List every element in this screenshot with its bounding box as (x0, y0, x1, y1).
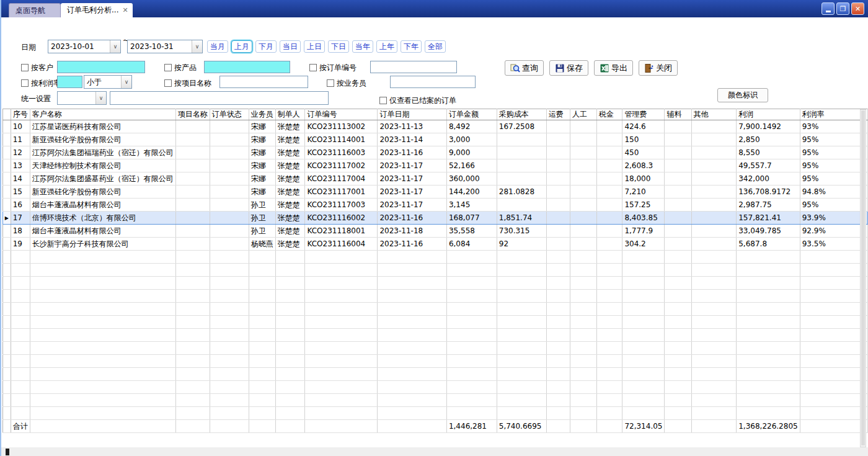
empty-grid-row[interactable] (3, 290, 868, 303)
filter-by-project[interactable]: 按项目名称 (164, 77, 211, 89)
empty-grid-row[interactable] (3, 316, 868, 329)
tab-desktop-nav[interactable]: 桌面导航 (9, 3, 61, 17)
cell-other (691, 133, 737, 146)
column-header-order_no[interactable]: 订单编号 (305, 109, 378, 120)
column-header-salesman[interactable]: 业务员 (249, 109, 275, 120)
by-customer-checkbox[interactable] (21, 64, 29, 71)
empty-grid-row[interactable] (3, 303, 868, 316)
unified-setting-select[interactable]: ∨ (57, 91, 107, 105)
close-form-button[interactable]: 关闭 (639, 60, 678, 76)
empty-grid-row[interactable] (3, 407, 868, 420)
by-salesman-checkbox[interactable] (327, 79, 334, 87)
table-row[interactable]: 10江苏星诺医药科技有限公司宋娜张楚楚KCO2311130022023-11-1… (3, 120, 868, 133)
table-row[interactable]: 16烟台丰蓬液晶材料有限公司孙卫张楚楚KCO2311170032023-11-1… (3, 199, 868, 212)
minimize-button[interactable] (822, 2, 835, 15)
empty-grid-row[interactable] (3, 277, 868, 290)
empty-grid-row[interactable] (3, 355, 868, 368)
filter-only-closed[interactable]: 仅查看已结案的订单 (379, 94, 456, 107)
horizontal-scrollbar[interactable] (1, 447, 868, 456)
empty-grid-row[interactable] (3, 329, 868, 342)
cell-seq (11, 316, 30, 329)
by-product-checkbox[interactable] (164, 64, 172, 71)
column-header-mgmt_fee[interactable]: 管理费 (622, 109, 665, 120)
table-row[interactable]: 19长沙新宇高分子科技有限公司杨晓燕张楚楚KCO2311160042023-11… (3, 238, 868, 251)
filter-by-product[interactable]: 按产品 (164, 61, 197, 74)
column-header-cost[interactable]: 采购成本 (497, 109, 546, 120)
chevron-down-icon[interactable]: ∨ (121, 76, 131, 88)
column-header-order_date[interactable]: 订单日期 (378, 109, 446, 120)
cell-maker (275, 277, 305, 290)
column-header-freight[interactable]: 运费 (546, 109, 570, 120)
quick-range-button[interactable]: 当年 (352, 40, 373, 53)
column-header-status[interactable]: 订单状态 (210, 109, 249, 120)
save-button[interactable]: 保存 (549, 60, 588, 76)
close-button[interactable]: ✕ (851, 2, 864, 15)
tab-close-icon[interactable]: ✕ (122, 7, 128, 14)
filter-by-customer[interactable]: 按客户 (21, 61, 53, 74)
column-header-margin[interactable]: 利润率 (800, 109, 867, 120)
empty-grid-row[interactable] (3, 342, 868, 355)
table-row[interactable]: 13天津经纬控制技术有限公司宋娜张楚楚KCO2311170022023-11-1… (3, 159, 868, 172)
order-no-input[interactable] (370, 61, 457, 73)
filter-by-margin[interactable]: 按利润率 (21, 77, 61, 89)
product-input[interactable] (204, 61, 290, 73)
salesman-input[interactable] (390, 76, 476, 88)
chevron-down-icon[interactable]: ∨ (192, 40, 202, 53)
unified-setting-input[interactable] (110, 91, 329, 105)
quick-range-button[interactable]: 下月 (255, 40, 277, 53)
margin-value-input[interactable] (57, 76, 82, 88)
filter-by-salesman[interactable]: 按业务员 (327, 77, 366, 89)
date-to-combo[interactable]: 2023-10-31 ∨ (127, 40, 203, 53)
quick-range-button[interactable]: 当月 (207, 40, 228, 53)
table-row[interactable]: 14江苏阿尔法集团盛基药业（宿迁）有限公司宋娜张楚楚KCO23111700420… (3, 172, 868, 186)
empty-grid-row[interactable] (3, 381, 868, 394)
date-from-combo[interactable]: 2023-10-01 ∨ (48, 40, 121, 53)
table-row[interactable]: 12江苏阿尔法集团福瑞药业（宿迁）有限公司宋娜张楚楚KCO23111600320… (3, 146, 868, 159)
project-name-input[interactable] (219, 76, 308, 88)
empty-grid-row[interactable] (3, 264, 868, 277)
quick-range-button[interactable]: 下年 (401, 40, 422, 53)
quick-range-button[interactable]: 当日 (280, 40, 301, 53)
margin-operator-select[interactable]: 小于 ∨ (84, 75, 132, 89)
quick-range-button[interactable]: 上月 (231, 40, 252, 53)
column-header-seq[interactable]: 序号 (11, 109, 30, 120)
vertical-scrollbar[interactable] (860, 109, 866, 447)
column-header-other[interactable]: 其他 (691, 109, 737, 120)
color-mark-button[interactable]: 颜色标识 (717, 88, 768, 102)
column-header-project[interactable]: 项目名称 (175, 109, 210, 120)
chevron-down-icon[interactable]: ∨ (95, 92, 106, 104)
by-margin-checkbox[interactable] (21, 79, 29, 87)
cell-project (175, 394, 210, 407)
empty-grid-row[interactable] (3, 394, 868, 407)
cell-status (210, 225, 249, 238)
quick-range-button[interactable]: 下日 (328, 40, 349, 53)
table-row[interactable]: 11新亚强硅化学股份有限公司宋娜张楚楚KCO2311140012023-11-1… (3, 133, 868, 146)
tab-order-profit-analysis[interactable]: 订单毛利分析... ✕ (61, 3, 133, 17)
horizontal-scrollbar-thumb[interactable] (6, 449, 9, 455)
column-header-amount[interactable]: 订单金额 (446, 109, 497, 120)
column-header-profit[interactable]: 利润 (737, 109, 800, 120)
quick-range-button[interactable]: 全部 (425, 40, 446, 53)
column-header-labor[interactable]: 人工 (570, 109, 596, 120)
empty-grid-row[interactable] (3, 251, 868, 264)
export-button[interactable]: 导出 (594, 60, 633, 76)
filter-by-order-no[interactable]: 按订单编号 (309, 61, 356, 74)
column-header-aux[interactable]: 辅料 (665, 109, 691, 120)
only-closed-checkbox[interactable] (379, 97, 387, 104)
table-row[interactable]: 18烟台丰蓬液晶材料有限公司孙卫张楚楚KCO2311180012023-11-1… (3, 225, 868, 238)
table-row[interactable]: ▶17倍博环境技术（北京）有限公司孙卫张楚楚KCO2311160022023-1… (3, 212, 868, 225)
by-project-checkbox[interactable] (164, 79, 172, 87)
column-header-tax[interactable]: 税金 (596, 109, 622, 120)
query-button[interactable]: 查询 (505, 60, 544, 76)
quick-range-button[interactable]: 上年 (376, 40, 397, 53)
restore-button[interactable]: ❐ (836, 2, 849, 15)
column-header-customer[interactable]: 客户名称 (30, 109, 175, 120)
vertical-scrollbar-thumb[interactable] (861, 110, 865, 445)
by-order-no-checkbox[interactable] (309, 64, 317, 71)
customer-input[interactable] (57, 61, 145, 73)
column-header-maker[interactable]: 制单人 (275, 109, 305, 120)
chevron-down-icon[interactable]: ∨ (110, 40, 120, 53)
empty-grid-row[interactable] (3, 368, 868, 381)
table-row[interactable]: 15新亚强硅化学股份有限公司宋娜张楚楚KCO2311170012023-11-1… (3, 186, 868, 199)
quick-range-button[interactable]: 上日 (304, 40, 325, 53)
